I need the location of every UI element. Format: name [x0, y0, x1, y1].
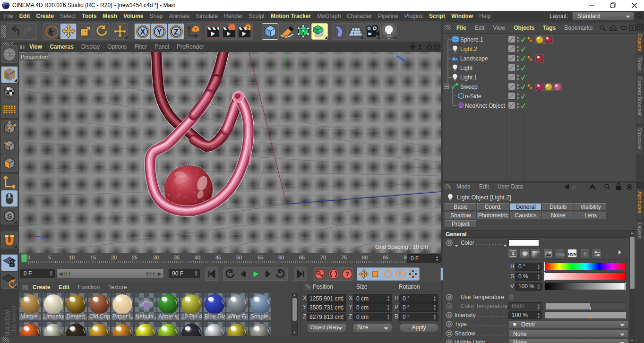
- svg-text:RGB: RGB: [556, 252, 565, 257]
- svg-text:55: 55: [258, 255, 263, 260]
- svg-text:40: 40: [195, 255, 200, 260]
- svg-text:75: 75: [341, 255, 347, 260]
- svg-text:Y: Y: [34, 223, 37, 228]
- svg-text:0: 0: [27, 255, 30, 260]
- svg-text:80: 80: [362, 255, 368, 260]
- svg-text:Perspective: Perspective: [21, 54, 48, 60]
- svg-text:25: 25: [132, 255, 137, 260]
- svg-text:X: X: [140, 28, 146, 36]
- svg-text:85: 85: [383, 255, 388, 260]
- svg-text:Z: Z: [174, 28, 179, 36]
- svg-text:10: 10: [69, 255, 75, 260]
- svg-text:K: K: [584, 251, 587, 257]
- svg-text:5: 5: [48, 255, 51, 260]
- svg-text:S: S: [7, 212, 12, 220]
- svg-text:15: 15: [90, 255, 96, 260]
- svg-text:50: 50: [236, 255, 242, 260]
- svg-text:X: X: [28, 230, 31, 234]
- svg-text:45: 45: [215, 255, 221, 260]
- svg-text:60: 60: [278, 255, 284, 260]
- svg-text:Grid Spacing : 10 cm: Grid Spacing : 10 cm: [375, 244, 428, 250]
- svg-text:20: 20: [111, 255, 117, 260]
- svg-text:35: 35: [174, 255, 180, 260]
- svg-text:P: P: [399, 271, 403, 278]
- svg-text:HSV: HSV: [568, 252, 576, 257]
- svg-text:Z: Z: [46, 236, 49, 240]
- svg-text:Y: Y: [157, 28, 162, 36]
- svg-text:70: 70: [320, 255, 326, 260]
- svg-text:?: ?: [345, 270, 350, 278]
- svg-text:30: 30: [153, 255, 159, 260]
- svg-text:65: 65: [299, 255, 305, 260]
